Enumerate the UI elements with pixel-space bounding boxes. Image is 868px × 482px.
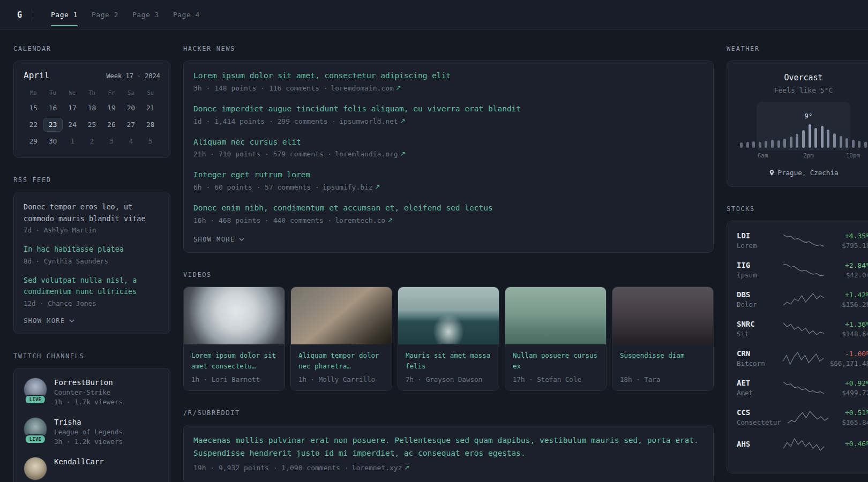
channel-name: KendallCarr xyxy=(54,457,104,466)
stock-name: Lorem xyxy=(737,242,777,250)
rss-show-more-button[interactable]: SHOW MORE xyxy=(24,317,74,325)
hn-item-title[interactable]: Donec enim nibh, condimentum et accumsan… xyxy=(193,202,704,214)
video-card[interactable]: Aliquam tempor dolor nec pharetra… 1h · … xyxy=(290,287,392,391)
channel-info: KendallCarr xyxy=(54,457,104,466)
section-title-calendar: CALENDAR xyxy=(13,45,170,52)
twitch-widget: LIVE ForrestBurton Counter-Strike 1h · 1… xyxy=(13,368,170,482)
chevron-down-icon xyxy=(239,238,244,241)
stock-row[interactable]: AHS +0.46% xyxy=(737,438,868,451)
external-link-icon: ↗ xyxy=(405,464,410,472)
peak-temperature-label: 9° xyxy=(804,112,812,120)
stock-sparkline xyxy=(782,263,825,277)
subreddit-widget: Maecenas mollis pulvinar erat non posuer… xyxy=(183,425,714,482)
hn-item: Aliquam nec cursus elit 21h · 710 points… xyxy=(193,137,704,159)
channel-viewers: 3h · 1.2k viewers xyxy=(54,438,123,446)
tab-page-2[interactable]: Page 2 xyxy=(85,0,125,29)
hn-item-title[interactable]: Lorem ipsum dolor sit amet, consectetur … xyxy=(193,70,704,82)
app-logo[interactable]: G xyxy=(14,10,25,20)
domain-text: loremnet.xyz xyxy=(352,464,402,472)
videos-row: Lorem ipsum dolor sit amet consectetu… 1… xyxy=(183,287,714,391)
topbar: G Page 1 Page 2 Page 3 Page 4 xyxy=(0,0,868,30)
hn-domain-link[interactable]: ipsumify.biz ↗ xyxy=(323,183,380,191)
rss-item-title[interactable]: Sed volutpat nulla nisl, a condimentum n… xyxy=(24,275,160,298)
tab-page-4[interactable]: Page 4 xyxy=(166,0,207,29)
channel-name: ForrestBurton xyxy=(54,378,123,387)
section-title-rss: RSS FEED xyxy=(13,176,170,184)
stock-id: CRN Bitcorn xyxy=(737,349,776,367)
subreddit-domain-link[interactable]: loremnet.xyz ↗ xyxy=(352,464,410,472)
video-title: Mauris sit amet massa felis xyxy=(406,350,491,372)
calendar-week-year: Week 17 · 2024 xyxy=(106,72,160,80)
hn-show-more-button[interactable]: SHOW MORE xyxy=(193,236,244,243)
hn-item: Integer eget rutrum lorem 6h · 60 points… xyxy=(193,169,704,191)
weather-condition: Overcast xyxy=(737,73,868,82)
stock-row[interactable]: CRN Bitcorn -1.00% $66,171.48 xyxy=(737,349,868,367)
twitch-channel[interactable]: LIVE ForrestBurton Counter-Strike 1h · 1… xyxy=(24,378,160,406)
video-thumbnail xyxy=(184,287,285,344)
stock-values: +1.36% $148.64 xyxy=(830,320,868,338)
hn-item-title[interactable]: Integer eget rutrum lorem xyxy=(193,169,704,181)
stock-change: +0.92% xyxy=(830,379,868,387)
calendar-day: 22 xyxy=(24,118,43,132)
domain-text: ipsumify.biz xyxy=(323,183,373,191)
hn-item-meta: 1d · 1,414 points · 299 comments · ipsum… xyxy=(193,117,704,125)
video-body: Mauris sit amet massa felis 7h · Grayson… xyxy=(398,344,499,390)
calendar-section: CALENDAR April Week 17 · 2024 Mo Tu We T… xyxy=(13,45,170,158)
stock-name: Ipsum xyxy=(737,271,777,279)
hn-domain-link[interactable]: loremtech.co ↗ xyxy=(335,216,393,224)
video-card[interactable]: Mauris sit amet massa felis 7h · Grayson… xyxy=(398,287,499,391)
tab-page-1[interactable]: Page 1 xyxy=(44,0,85,29)
stock-row[interactable]: LDI Lorem +4.35% $795.18 xyxy=(737,231,868,250)
stock-name: Amet xyxy=(737,389,777,397)
section-title-hacker-news: HACKER NEWS xyxy=(183,45,714,52)
stock-ticker: DBS xyxy=(737,290,777,299)
channel-name: Trisha xyxy=(54,418,123,426)
stock-sparkline xyxy=(782,438,825,451)
hn-item: Donec imperdiet augue tincidunt felis al… xyxy=(193,103,704,125)
calendar-day-next-month: 5 xyxy=(141,134,160,148)
stock-row[interactable]: DBS Dolor +1.42% $156.28 xyxy=(737,290,868,308)
stock-row[interactable]: SNRC Sit +1.36% $148.64 xyxy=(737,320,868,338)
stock-values: +1.42% $156.28 xyxy=(830,291,868,308)
stock-row[interactable]: AET Amet +0.92% $499.72 xyxy=(737,379,868,397)
video-card[interactable]: Lorem ipsum dolor sit amet consectetu… 1… xyxy=(183,287,285,391)
calendar-day: 19 xyxy=(102,101,121,115)
calendar-dow: We xyxy=(63,89,82,96)
subreddit-post-meta: 19h · 9,932 points · 1,090 comments · lo… xyxy=(193,464,704,472)
hn-item-title[interactable]: Donec imperdiet augue tincidunt felis al… xyxy=(193,103,704,115)
hn-domain-link[interactable]: ipsumworld.net ↗ xyxy=(339,117,406,125)
calendar-day: 27 xyxy=(121,118,140,132)
rss-item-meta: 8d · Cynthia Saunders xyxy=(24,257,160,265)
calendar-day: 24 xyxy=(63,118,82,132)
rss-item-title[interactable]: In hac habitasse platea xyxy=(24,244,160,255)
subreddit-post-title[interactable]: Maecenas mollis pulvinar erat non posuer… xyxy=(193,434,704,460)
calendar-week: Week 17 xyxy=(106,72,133,80)
stock-row[interactable]: CCS Consectetur +0.51% $165.84 xyxy=(737,408,868,426)
hn-item-title[interactable]: Aliquam nec cursus elit xyxy=(193,137,704,148)
topbar-divider xyxy=(33,10,33,20)
calendar-dow: Fr xyxy=(102,89,121,96)
external-link-icon: ↗ xyxy=(400,150,406,158)
twitch-channel[interactable]: KendallCarr xyxy=(24,457,160,480)
section-title-subreddit: /R/SUBREDDIT xyxy=(183,409,714,417)
video-card[interactable]: Suspendisse diam 18h · Tara xyxy=(612,287,714,391)
hn-domain-link[interactable]: loremlandia.org ↗ xyxy=(335,150,405,158)
stock-ticker: AET xyxy=(737,379,777,387)
hn-item: Donec enim nibh, condimentum et accumsan… xyxy=(193,202,704,224)
avatar xyxy=(24,457,47,480)
rss-item: Donec tempor eros leo, ut commodo mauris… xyxy=(24,201,160,234)
twitch-channel[interactable]: LIVE Trisha League of Legends 3h · 1.2k … xyxy=(24,417,160,446)
video-card[interactable]: Nullam posuere cursus ex 17h · Stefan Co… xyxy=(505,287,607,391)
weather-feels-like: Feels like 5°C xyxy=(737,86,868,94)
rss-widget: Donec tempor eros leo, ut commodo mauris… xyxy=(13,192,170,334)
calendar-day-next-month: 3 xyxy=(102,134,121,148)
separator-dot: · xyxy=(137,72,141,80)
rss-item-title[interactable]: Donec tempor eros leo, ut commodo mauris… xyxy=(24,201,160,224)
stock-row[interactable]: IIG Ipsum +2.84% $42.04 xyxy=(737,261,868,279)
stock-change: +4.35% xyxy=(830,232,868,240)
stock-sparkline xyxy=(782,292,825,306)
hn-domain-link[interactable]: loremdomain.com ↗ xyxy=(331,84,401,92)
stocks-widget: LDI Lorem +4.35% $795.18 IIG Ipsum xyxy=(727,221,868,473)
tab-page-3[interactable]: Page 3 xyxy=(125,0,166,29)
video-meta: 1h · Molly Carrillo xyxy=(298,375,384,383)
